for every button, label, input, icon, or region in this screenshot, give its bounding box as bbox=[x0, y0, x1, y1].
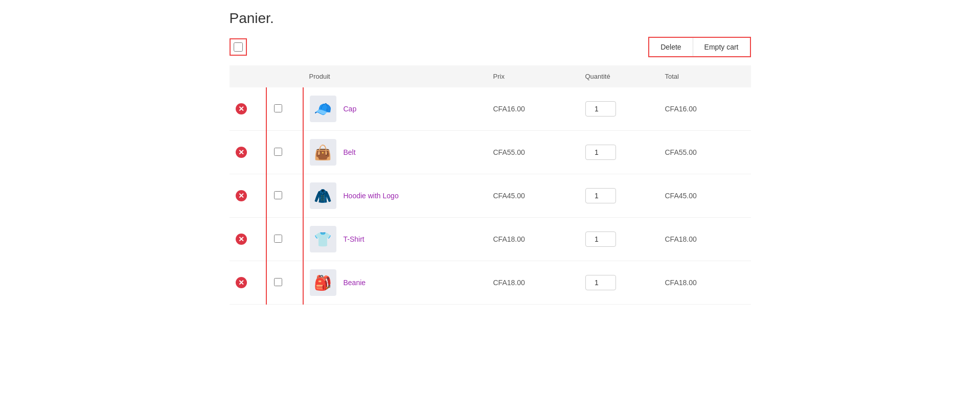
product-image: 👕 bbox=[310, 226, 336, 252]
select-all-wrapper bbox=[230, 38, 247, 56]
product-cell: 🧢 Cap bbox=[303, 87, 487, 131]
remove-item-button[interactable]: ✕ bbox=[236, 147, 247, 158]
total-cell: CFA18.00 bbox=[659, 218, 751, 261]
empty-cart-button[interactable]: Empty cart bbox=[693, 38, 750, 56]
total-cell: CFA18.00 bbox=[659, 261, 751, 305]
price-cell: CFA55.00 bbox=[487, 131, 579, 174]
row-checkbox-cell bbox=[266, 218, 303, 261]
table-header-row: Produit Prix Quantité Total bbox=[230, 65, 751, 87]
delete-button[interactable]: Delete bbox=[649, 38, 693, 56]
remove-item-button[interactable]: ✕ bbox=[236, 103, 247, 114]
quantity-cell bbox=[579, 261, 659, 305]
product-image: 🎒 bbox=[310, 269, 336, 296]
table-row: ✕ 🎒 Beanie CFA18.00CFA18.00 bbox=[230, 261, 751, 305]
product-cell: 👜 Belt bbox=[303, 131, 487, 174]
remove-item-button[interactable]: ✕ bbox=[236, 234, 247, 245]
page-title: Panier. bbox=[230, 10, 751, 27]
quantity-input-3[interactable] bbox=[585, 188, 616, 203]
quantity-input-4[interactable] bbox=[585, 231, 616, 247]
row-checkbox-cell bbox=[266, 131, 303, 174]
row-checkbox-3[interactable] bbox=[274, 191, 282, 199]
product-name: Cap bbox=[344, 105, 357, 113]
table-row: ✕ 🧥 Hoodie with Logo CFA45.00CFA45.00 bbox=[230, 174, 751, 218]
product-name: Hoodie with Logo bbox=[344, 192, 399, 200]
product-name: Belt bbox=[344, 148, 356, 156]
row-checkbox-cell bbox=[266, 174, 303, 218]
remove-cell: ✕ bbox=[230, 261, 266, 305]
table-row: ✕ 🧢 Cap CFA16.00CFA16.00 bbox=[230, 87, 751, 131]
table-row: ✕ 👕 T-Shirt CFA18.00CFA18.00 bbox=[230, 218, 751, 261]
quantity-cell bbox=[579, 174, 659, 218]
product-image: 👜 bbox=[310, 139, 336, 166]
price-cell: CFA18.00 bbox=[487, 218, 579, 261]
remove-icon: ✕ bbox=[236, 190, 247, 201]
row-checkbox-1[interactable] bbox=[274, 104, 282, 112]
total-cell: CFA16.00 bbox=[659, 87, 751, 131]
remove-item-button[interactable]: ✕ bbox=[236, 277, 247, 288]
col-total-header: Total bbox=[659, 65, 751, 87]
quantity-input-2[interactable] bbox=[585, 145, 616, 160]
remove-cell: ✕ bbox=[230, 218, 266, 261]
product-cell: 🧥 Hoodie with Logo bbox=[303, 174, 487, 218]
remove-icon: ✕ bbox=[236, 103, 247, 114]
table-row: ✕ 👜 Belt CFA55.00CFA55.00 bbox=[230, 131, 751, 174]
product-cell: 👕 T-Shirt bbox=[303, 218, 487, 261]
product-name: T-Shirt bbox=[344, 235, 364, 243]
product-cell: 🎒 Beanie bbox=[303, 261, 487, 305]
total-cell: CFA45.00 bbox=[659, 174, 751, 218]
toolbar: Delete Empty cart bbox=[230, 37, 751, 57]
col-price-header: Prix bbox=[487, 65, 579, 87]
row-checkbox-2[interactable] bbox=[274, 148, 282, 156]
remove-cell: ✕ bbox=[230, 87, 266, 131]
quantity-cell bbox=[579, 218, 659, 261]
product-image: 🧢 bbox=[310, 96, 336, 122]
action-buttons: Delete Empty cart bbox=[648, 37, 750, 57]
remove-cell: ✕ bbox=[230, 174, 266, 218]
remove-cell: ✕ bbox=[230, 131, 266, 174]
cart-table: Produit Prix Quantité Total ✕ 🧢 Cap CFA1… bbox=[230, 65, 751, 305]
product-name: Beanie bbox=[344, 279, 366, 287]
col-check-header bbox=[266, 65, 303, 87]
col-qty-header: Quantité bbox=[579, 65, 659, 87]
quantity-input-5[interactable] bbox=[585, 275, 616, 290]
row-checkbox-4[interactable] bbox=[274, 235, 282, 243]
remove-icon: ✕ bbox=[236, 277, 247, 288]
col-product-header: Produit bbox=[303, 65, 487, 87]
price-cell: CFA16.00 bbox=[487, 87, 579, 131]
row-checkbox-cell bbox=[266, 87, 303, 131]
price-cell: CFA45.00 bbox=[487, 174, 579, 218]
quantity-input-1[interactable] bbox=[585, 101, 616, 117]
quantity-cell bbox=[579, 87, 659, 131]
price-cell: CFA18.00 bbox=[487, 261, 579, 305]
total-cell: CFA55.00 bbox=[659, 131, 751, 174]
col-remove-header bbox=[230, 65, 266, 87]
row-checkbox-5[interactable] bbox=[274, 278, 282, 286]
remove-item-button[interactable]: ✕ bbox=[236, 190, 247, 201]
select-all-checkbox[interactable] bbox=[234, 42, 243, 52]
row-checkbox-cell bbox=[266, 261, 303, 305]
product-image: 🧥 bbox=[310, 182, 336, 209]
remove-icon: ✕ bbox=[236, 147, 247, 158]
remove-icon: ✕ bbox=[236, 234, 247, 245]
quantity-cell bbox=[579, 131, 659, 174]
